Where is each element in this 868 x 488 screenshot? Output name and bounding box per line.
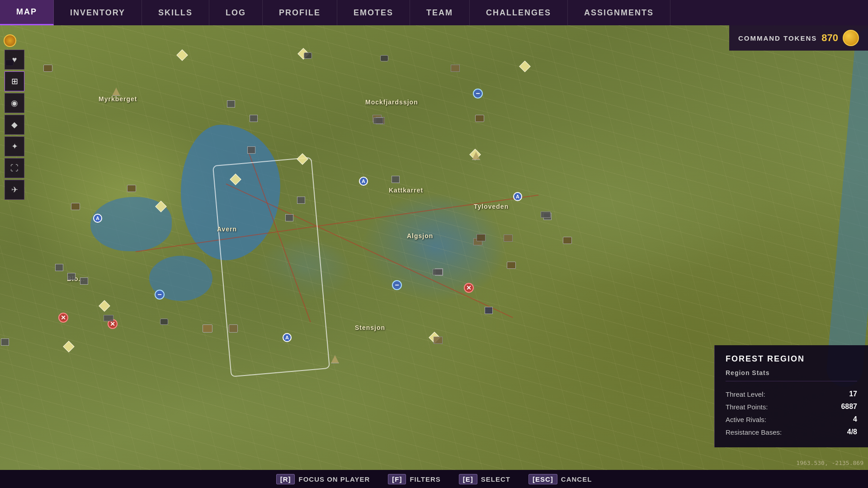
marker-base-3[interactable]: A [513, 192, 523, 202]
marker-arrow-2[interactable] [228, 324, 238, 333]
marker-tractor-5[interactable] [506, 260, 516, 270]
stat-label-threat-level: Threat Level: [726, 390, 765, 398]
marker-sign-1[interactable] [373, 116, 383, 126]
marker-camera-1[interactable] [303, 51, 313, 61]
marker-suppress-3[interactable]: − [392, 280, 402, 290]
marker-diamond-1[interactable] [177, 50, 187, 60]
map-coordinates: 1963.530, -2135.869 [796, 460, 863, 466]
toolbar-map-btn[interactable]: ⊞ [5, 71, 24, 91]
marker-tractor-1[interactable] [43, 63, 53, 73]
marker-enemy-3[interactable]: ✕ [464, 283, 474, 293]
marker-block-2[interactable] [450, 63, 460, 73]
stat-row-rivals: Active Rivals: 4 [726, 413, 857, 426]
keybind-filters: [F] FILTERS [388, 474, 441, 484]
marker-block-7[interactable] [476, 233, 486, 243]
toolbar-diamond-btn[interactable]: ◆ [5, 115, 24, 135]
key-e: [E] [459, 474, 477, 484]
marker-mountain-2[interactable] [471, 151, 481, 161]
marker-mountain-3[interactable] [330, 354, 340, 364]
keybind-select: [E] SELECT [459, 474, 510, 484]
marker-diamond-5[interactable] [231, 174, 241, 184]
nav-profile[interactable]: PROFILE [263, 0, 337, 25]
nav-map[interactable]: MAP [0, 0, 54, 25]
nav-skills[interactable]: SKILLS [142, 0, 209, 25]
stat-label-rivals: Active Rivals: [726, 416, 766, 423]
territory-border [212, 157, 330, 377]
marker-suppress-2[interactable]: − [155, 290, 165, 300]
toolbar-expand-btn[interactable]: ⛶ [5, 158, 24, 178]
marker-tractor-6[interactable] [562, 235, 572, 245]
marker-house-4[interactable] [296, 195, 306, 205]
marker-base-2[interactable]: A [359, 176, 368, 186]
marker-arrow-1[interactable] [203, 324, 212, 333]
marker-house-5[interactable] [284, 213, 294, 223]
toolbar-pin-btn[interactable]: ◉ [5, 93, 24, 113]
marker-sign-3[interactable] [433, 267, 443, 277]
marker-tractor-3[interactable] [71, 202, 80, 211]
marker-fort-1[interactable] [484, 305, 494, 315]
stat-value-rivals: 4 [853, 415, 857, 423]
keybind-focus: [R] FOCUS ON PLAYER [276, 474, 370, 484]
toolbar-plane-btn[interactable]: ✈ [5, 180, 24, 200]
marker-diamond-3[interactable] [297, 154, 307, 164]
nav-assignments[interactable]: ASSIGNMENTS [568, 0, 670, 25]
action-focus: FOCUS ON PLAYER [298, 475, 370, 483]
level-badge [4, 34, 16, 47]
nav-bar: MAP INVENTORY SKILLS LOG PROFILE EMOTES … [0, 0, 868, 25]
marker-house-3[interactable] [246, 145, 256, 155]
marker-house-9[interactable] [66, 272, 76, 282]
marker-suppress-1[interactable]: − [473, 89, 483, 99]
left-toolbar: ♥ ⊞ ◉ ◆ ✦ ⛶ ✈ [5, 34, 24, 200]
marker-camera-2[interactable] [379, 53, 389, 63]
stat-value-threat-level: 17 [849, 390, 857, 398]
nav-challenges[interactable]: CHALLENGES [470, 0, 568, 25]
marker-diamond-7[interactable] [99, 301, 109, 311]
marker-sign-2[interactable] [541, 210, 551, 220]
toolbar-crosshair-btn[interactable]: ✦ [5, 136, 24, 156]
marker-house-6[interactable] [391, 174, 401, 184]
marker-tractor-2[interactable] [127, 183, 137, 193]
marker-diamond-8[interactable] [64, 342, 74, 352]
nav-inventory[interactable]: INVENTORY [54, 0, 142, 25]
marker-house-10[interactable] [79, 276, 89, 286]
marker-sign-4[interactable] [104, 313, 113, 323]
marker-base-4[interactable]: A [282, 333, 292, 343]
nav-emotes[interactable]: EMOTES [337, 0, 410, 25]
stat-label-bases: Resistance Bases: [726, 428, 782, 436]
key-r: [R] [276, 474, 295, 484]
keybind-cancel: [Esc] CANCEL [528, 474, 592, 484]
marker-base-1[interactable]: A [93, 213, 103, 223]
marker-enemy-1[interactable]: ✕ [58, 313, 68, 323]
region-title: FOREST REGION [726, 354, 857, 364]
action-select: SELECT [481, 475, 510, 483]
stat-row-bases: Resistance Bases: 4/8 [726, 426, 857, 438]
marker-tractor-4[interactable] [475, 113, 485, 123]
marker-house-12[interactable] [0, 337, 10, 347]
bottom-keybind-bar: [R] FOCUS ON PLAYER [F] FILTERS [E] SELE… [0, 470, 868, 488]
marker-diamond-6[interactable] [156, 202, 166, 211]
marker-block-5[interactable] [433, 335, 443, 345]
marker-house-1[interactable] [226, 99, 236, 109]
stat-value-bases: 4/8 [847, 428, 857, 436]
toolbar-heart-btn[interactable]: ♥ [5, 50, 24, 70]
marker-house-2[interactable] [249, 113, 259, 123]
stat-label-threat-points: Threat Points: [726, 403, 768, 411]
marker-block-3[interactable] [503, 233, 513, 243]
key-f: [F] [388, 474, 406, 484]
marker-mountain-1[interactable] [111, 87, 121, 97]
command-tokens-value: 870 [821, 32, 838, 44]
stat-row-threat-level: Threat Level: 17 [726, 388, 857, 400]
marker-diamond-4[interactable] [520, 61, 530, 71]
stat-row-threat-points: Threat Points: 6887 [726, 400, 857, 413]
nav-team[interactable]: TEAM [410, 0, 470, 25]
region-subtitle: Region Stats [726, 369, 857, 381]
region-info-panel: FOREST REGION Region Stats Threat Level:… [714, 345, 868, 447]
marker-camera-4[interactable] [159, 317, 169, 327]
nav-log[interactable]: LOG [209, 0, 263, 25]
marker-house-8[interactable] [54, 263, 64, 272]
token-icon [843, 30, 859, 46]
action-cancel: CANCEL [561, 475, 592, 483]
key-esc: [Esc] [528, 474, 557, 484]
stat-value-threat-points: 6887 [841, 403, 857, 411]
action-filters: FILTERS [410, 475, 440, 483]
